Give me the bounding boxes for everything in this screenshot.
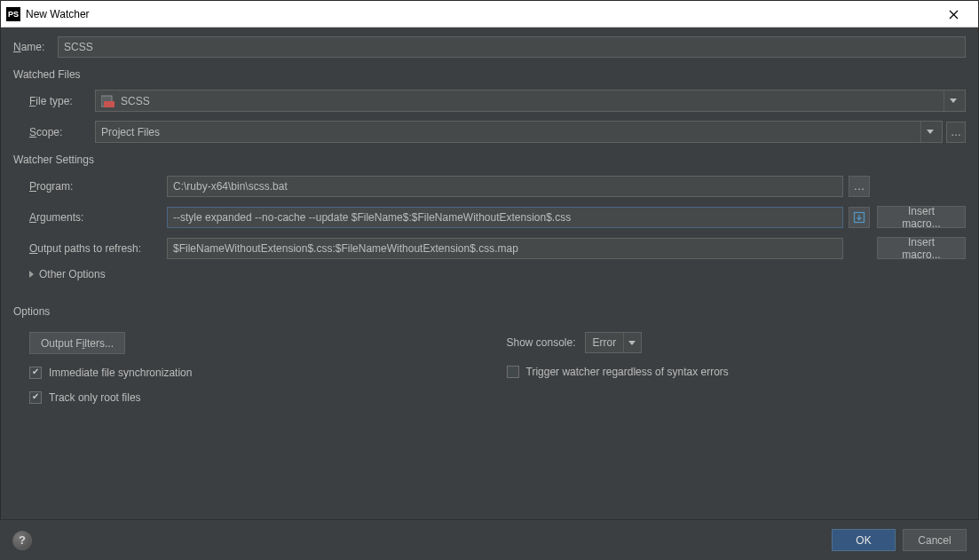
other-options-expander[interactable]: Other Options — [29, 268, 966, 280]
output-paths-input[interactable] — [167, 238, 843, 259]
track-root-checkbox[interactable]: Track only root files — [29, 391, 489, 404]
svg-rect-3 — [104, 101, 114, 107]
checkbox-checked-icon — [29, 367, 42, 379]
chevron-right-icon — [29, 271, 34, 278]
output-filters-button[interactable]: Output Filters... — [29, 332, 125, 354]
show-console-label: Show console: — [507, 336, 576, 349]
checkbox-checked-icon — [29, 391, 42, 404]
cancel-button[interactable]: Cancel — [903, 529, 967, 551]
close-button[interactable] — [936, 1, 971, 28]
show-console-combo[interactable]: Error — [585, 332, 643, 353]
scope-combo[interactable]: Project Files — [95, 121, 943, 143]
file-type-combo[interactable]: SCSS — [95, 90, 966, 112]
expand-field-button[interactable] — [849, 207, 870, 228]
program-input[interactable] — [167, 176, 843, 197]
program-browse-button[interactable]: … — [849, 176, 870, 197]
file-type-label: File type: — [29, 95, 95, 107]
app-icon: PS — [6, 7, 20, 21]
scss-file-icon — [101, 95, 115, 107]
other-options-label: Other Options — [39, 268, 106, 280]
immediate-sync-label: Immediate file synchronization — [49, 367, 192, 379]
output-paths-label: Output paths to refresh: — [29, 242, 167, 255]
scope-value: Project Files — [101, 126, 917, 138]
titlebar: PS New Watcher — [1, 1, 978, 28]
dialog-footer: ? OK Cancel — [0, 519, 979, 560]
arguments-input[interactable] — [167, 207, 843, 228]
track-root-label: Track only root files — [49, 391, 141, 404]
chevron-down-icon[interactable] — [623, 333, 639, 352]
show-console-value: Error — [593, 336, 617, 349]
ok-button[interactable]: OK — [832, 529, 896, 551]
checkbox-unchecked-icon — [507, 366, 519, 378]
name-input[interactable] — [58, 36, 966, 58]
trigger-regardless-checkbox[interactable]: Trigger watcher regardless of syntax err… — [507, 366, 967, 378]
section-watched-files: Watched Files — [13, 68, 966, 81]
name-label: Name: — [13, 41, 58, 53]
section-options: Options — [13, 305, 966, 318]
arguments-label: Arguments: — [29, 211, 167, 224]
window-title: New Watcher — [26, 8, 90, 20]
scope-label: Scope: — [29, 126, 95, 138]
help-button[interactable]: ? — [12, 531, 32, 550]
insert-macro-output-button[interactable]: Insert macro... — [877, 237, 966, 259]
immediate-sync-checkbox[interactable]: Immediate file synchronization — [29, 367, 489, 379]
insert-macro-arguments-button[interactable]: Insert macro... — [877, 206, 966, 228]
program-label: Program: — [29, 180, 167, 193]
chevron-down-icon[interactable] — [920, 122, 938, 142]
section-watcher-settings: Watcher Settings — [13, 154, 966, 166]
scope-ellipsis-button[interactable]: … — [946, 122, 966, 143]
chevron-down-icon[interactable] — [943, 91, 961, 111]
trigger-regardless-label: Trigger watcher regardless of syntax err… — [526, 366, 729, 378]
file-type-value: SCSS — [121, 95, 940, 107]
